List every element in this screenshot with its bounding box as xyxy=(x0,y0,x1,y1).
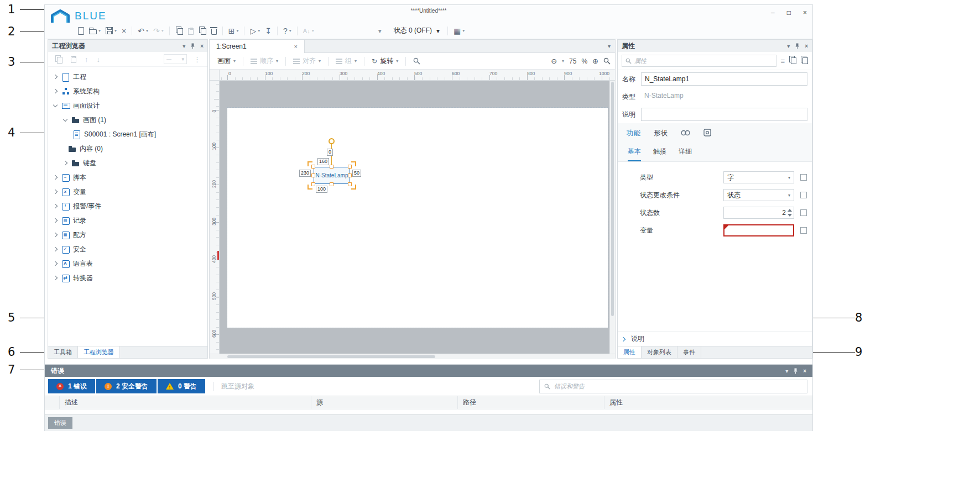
order-button[interactable]: 顺序▾ xyxy=(247,55,282,68)
panel-menu-icon[interactable]: ▾ xyxy=(785,368,788,374)
chevron-right-icon[interactable] xyxy=(53,175,58,180)
subtab-detail[interactable]: 详细 xyxy=(679,147,692,161)
copy-properties-icon[interactable] xyxy=(789,57,796,64)
tree-item-keyboard[interactable]: 键盘 xyxy=(48,156,207,170)
resize-handle-s[interactable] xyxy=(330,182,333,186)
chevron-down-icon[interactable] xyxy=(53,103,58,108)
undo-button[interactable]: ↶▾ xyxy=(135,24,150,38)
tree-item-converter[interactable]: 转换器 xyxy=(48,271,207,285)
tab-object-list[interactable]: 对象列表 xyxy=(642,346,677,358)
maximize-button[interactable]: □ xyxy=(787,9,791,17)
copy-button[interactable] xyxy=(173,24,185,38)
chevron-right-icon[interactable] xyxy=(53,261,58,266)
resize-handle-e[interactable] xyxy=(348,173,352,177)
resize-handle-ne[interactable] xyxy=(348,165,352,169)
tab-project-browser[interactable]: 工程浏览器 xyxy=(78,346,120,358)
screen-page[interactable] xyxy=(227,108,608,328)
align-button[interactable]: 对齐▾ xyxy=(290,55,324,68)
pin-icon[interactable] xyxy=(793,368,798,374)
tree-item-screens-folder[interactable]: 画面 (1) xyxy=(48,113,207,127)
col-source[interactable]: 源 xyxy=(311,396,458,409)
col-description[interactable]: 描述 xyxy=(60,396,311,409)
tab-properties[interactable]: 属性 xyxy=(618,346,642,358)
type-checkbox[interactable] xyxy=(800,174,807,181)
properties-search-input[interactable] xyxy=(634,57,773,64)
chevron-right-icon[interactable] xyxy=(53,189,58,194)
state-condition-checkbox[interactable] xyxy=(800,192,807,198)
col-path[interactable]: 路径 xyxy=(458,396,604,409)
redo-button[interactable]: ↷▾ xyxy=(151,24,166,38)
move-up-icon[interactable]: ↑ xyxy=(85,55,88,64)
zoom-out-icon[interactable]: ⊖ xyxy=(551,57,557,65)
rotate-button[interactable]: ↻旋转▾ xyxy=(368,55,402,68)
tree-item-screen1[interactable]: S00001 : Screen1 [画布] xyxy=(48,127,207,141)
paste-properties-icon[interactable] xyxy=(800,57,808,64)
tab-list-icon[interactable]: ▾ xyxy=(608,43,611,49)
tree-item-language-table[interactable]: 语言表 xyxy=(48,256,207,271)
move-down-icon[interactable]: ↓ xyxy=(97,55,101,64)
sort-button[interactable]: A↓▾ xyxy=(301,24,316,38)
chevron-down-icon[interactable] xyxy=(62,117,68,123)
tab-close-icon[interactable]: × xyxy=(294,43,298,50)
close-panel-icon[interactable]: × xyxy=(200,43,204,49)
state-count-stepper[interactable]: 2 xyxy=(723,207,794,219)
name-field[interactable] xyxy=(641,72,807,86)
resize-handle-nw[interactable] xyxy=(311,165,315,169)
resize-handle-n[interactable] xyxy=(330,165,333,169)
help-button[interactable]: ?▾ xyxy=(281,24,294,38)
tree-item-records[interactable]: 记录 xyxy=(48,213,207,228)
panel-menu-icon[interactable]: ▾ xyxy=(787,43,790,49)
rotate-handle[interactable] xyxy=(329,138,335,144)
zoom-region-button[interactable] xyxy=(410,55,424,68)
state-dropdown[interactable]: 状态 0 (OFF)▾ xyxy=(389,26,444,35)
chevron-right-icon[interactable] xyxy=(53,203,58,209)
tree-item-variables[interactable]: 变量 xyxy=(48,185,207,199)
tab-events[interactable]: 事件 xyxy=(677,346,701,358)
jump-to-source-button[interactable]: 跳至源对象 xyxy=(213,382,254,391)
tree-item-system-architecture[interactable]: 系统架构 xyxy=(48,84,207,98)
resize-handle-w[interactable] xyxy=(311,173,315,177)
tree-item-content-folder[interactable]: 内容 (0) xyxy=(48,141,207,156)
paste-item-icon[interactable] xyxy=(71,56,76,63)
more-icon[interactable]: ⋮ xyxy=(194,55,201,64)
subtab-touch[interactable]: 触摸 xyxy=(653,147,666,161)
minimize-button[interactable]: – xyxy=(771,9,775,17)
tab-errors[interactable]: 错误 xyxy=(48,417,72,429)
delete-button[interactable] xyxy=(209,24,219,38)
resize-handle-sw[interactable] xyxy=(311,182,315,186)
download-button[interactable]: ↧ xyxy=(263,24,274,38)
vertical-scrollbar[interactable] xyxy=(609,81,615,354)
run-button[interactable]: ▷▾ xyxy=(248,24,262,38)
filter-dropdown[interactable]: —▾ xyxy=(164,54,187,64)
tab-function[interactable]: 功能 xyxy=(627,129,640,138)
list-view-icon[interactable]: ≡ xyxy=(780,57,785,65)
tree-item-screen-design[interactable]: 画面设计 xyxy=(48,98,207,113)
col-property[interactable]: 属性 xyxy=(604,396,812,409)
chevron-right-icon[interactable] xyxy=(53,275,58,281)
description-section[interactable]: 说明 xyxy=(618,332,812,346)
screen-menu-button[interactable]: 画面▾ xyxy=(214,55,239,68)
errors-filter-button[interactable]: ✕1 错误 xyxy=(48,379,95,393)
new-button[interactable] xyxy=(76,24,86,38)
horizontal-scrollbar[interactable] xyxy=(210,354,615,359)
tree-item-script[interactable]: 脚本 xyxy=(48,170,207,185)
tree-item-recipes[interactable]: 配方 xyxy=(48,228,207,242)
save-button[interactable]: ▾ xyxy=(103,24,119,38)
resize-handle-se[interactable] xyxy=(348,182,352,186)
tree-item-alarms-events[interactable]: 报警/事件 xyxy=(48,199,207,213)
horizontal-scrollbar-thumb[interactable] xyxy=(227,355,435,358)
zoom-in-icon[interactable]: ⊕ xyxy=(592,57,598,65)
pin-icon[interactable] xyxy=(795,43,800,49)
variable-field[interactable] xyxy=(723,224,794,236)
tab-shape[interactable]: 形状 xyxy=(654,129,668,138)
tree-item-security[interactable]: 安全 xyxy=(48,242,207,256)
design-canvas[interactable]: N-StateLamp 0 160 230 xyxy=(220,81,609,354)
tab-link-icon[interactable] xyxy=(681,130,690,138)
panel-menu-icon[interactable]: ▾ xyxy=(183,43,185,49)
close-panel-icon[interactable]: × xyxy=(803,368,806,374)
security-warnings-filter-button[interactable]: !2 安全警告 xyxy=(96,379,157,393)
subtab-basic[interactable]: 基本 xyxy=(628,147,641,161)
open-button[interactable]: ▾ xyxy=(87,24,103,38)
tab-settings-icon[interactable] xyxy=(703,129,711,138)
warnings-filter-button[interactable]: 0 警告 xyxy=(158,379,205,393)
